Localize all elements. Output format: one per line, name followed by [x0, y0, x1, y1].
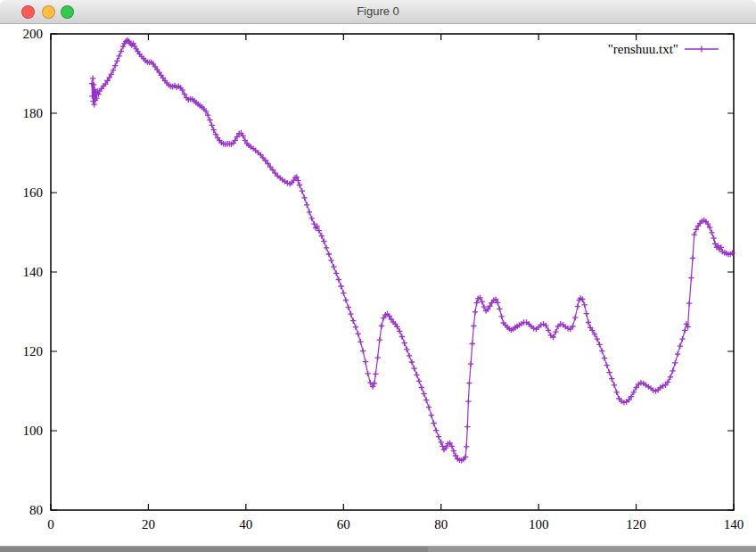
x-tick-label: 40: [239, 517, 252, 531]
zoom-button[interactable]: [61, 5, 74, 19]
plot-canvas[interactable]: 02040608010012014080100120140160180200"r…: [0, 0, 756, 546]
y-tick-label: 80: [29, 503, 43, 517]
behind-window-edge-right: [428, 546, 756, 552]
x-tick-label: 80: [434, 517, 448, 531]
legend-line-sample: [685, 46, 719, 53]
x-tick-label: 0: [47, 517, 54, 531]
close-button[interactable]: [21, 5, 35, 19]
y-tick-label: 200: [23, 27, 44, 41]
title-bar[interactable]: Figure 0: [0, 0, 756, 24]
y-tick-label: 160: [23, 185, 44, 200]
minimize-button[interactable]: [42, 5, 55, 19]
series-line: [92, 40, 732, 460]
axis-ticks: [51, 34, 734, 510]
y-tick-label: 120: [23, 344, 44, 358]
y-tick-label: 180: [23, 106, 44, 120]
figure-window: Figure 0 0204060801001201408010012014016…: [0, 0, 756, 552]
behind-window-edge-left: [0, 546, 428, 552]
x-tick-label: 140: [724, 517, 744, 531]
plot-border: [51, 34, 734, 510]
y-tick-label: 140: [23, 265, 44, 279]
x-tick-label: 120: [626, 517, 646, 531]
x-tick-label: 20: [142, 517, 155, 531]
x-tick-label: 100: [529, 517, 549, 531]
x-tick-label: 60: [337, 517, 350, 531]
window-title: Figure 0: [0, 0, 756, 23]
y-tick-label: 100: [23, 424, 44, 438]
series-markers: [89, 37, 735, 464]
legend-label: "renshuu.txt": [608, 42, 678, 56]
